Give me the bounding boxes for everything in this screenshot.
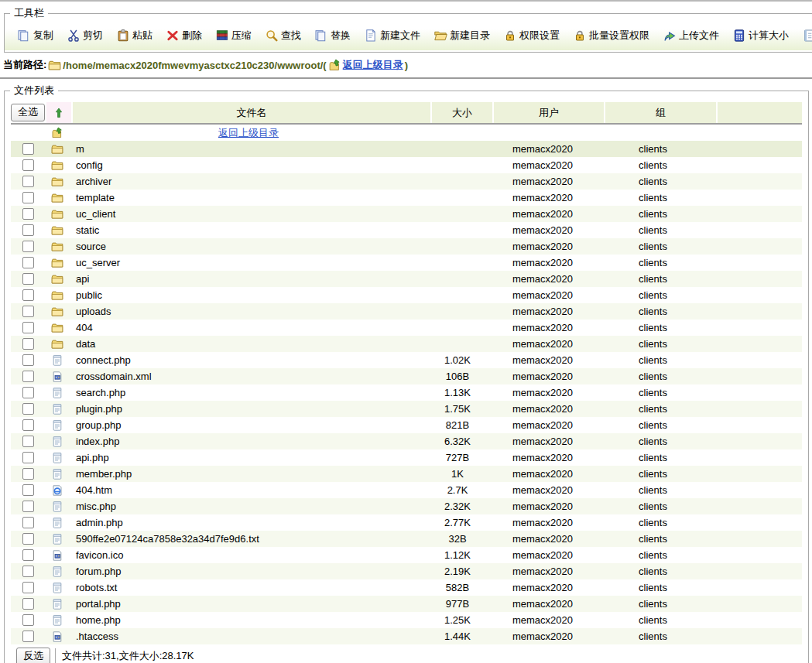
file-name[interactable]: group.php bbox=[76, 419, 122, 431]
file-name[interactable]: data bbox=[76, 338, 95, 350]
row-checkbox[interactable] bbox=[22, 566, 34, 577]
row-checkbox[interactable] bbox=[22, 436, 34, 447]
file-name[interactable]: api.php bbox=[76, 452, 109, 463]
column-header-size[interactable]: 大小 bbox=[432, 102, 492, 123]
file-list-legend: 文件列表 bbox=[10, 84, 58, 97]
file-name[interactable]: .htaccess bbox=[76, 631, 118, 642]
row-checkbox[interactable] bbox=[22, 387, 34, 398]
row-checkbox[interactable] bbox=[22, 257, 34, 268]
file-size: 1.02K bbox=[444, 354, 471, 366]
toolbar-button-label: 权限设置 bbox=[519, 29, 560, 43]
toolbar-button-new-file[interactable]: 新建文件 bbox=[364, 29, 420, 43]
row-checkbox[interactable] bbox=[22, 501, 34, 512]
file-name[interactable]: archiver bbox=[76, 176, 111, 187]
row-checkbox[interactable] bbox=[22, 192, 34, 203]
file-name[interactable]: 404.htm bbox=[76, 484, 112, 496]
file-name[interactable]: search.php bbox=[76, 387, 125, 398]
toolbar-button-copy[interactable]: 复制 bbox=[17, 29, 53, 43]
toolbar-button-replace[interactable]: 替换 bbox=[314, 29, 351, 43]
file-name[interactable]: admin.php bbox=[76, 517, 123, 528]
file-name[interactable]: crossdomain.xml bbox=[76, 371, 152, 382]
row-checkbox[interactable] bbox=[22, 224, 34, 236]
row-checkbox[interactable] bbox=[22, 403, 34, 415]
row-checkbox[interactable] bbox=[22, 208, 34, 220]
file-user: memacx2020 bbox=[512, 452, 573, 463]
row-checkbox[interactable] bbox=[22, 517, 34, 528]
parent-dir-link[interactable]: 返回上级目录 bbox=[343, 58, 403, 72]
parent-dir-row[interactable]: 返回上级目录 bbox=[11, 125, 802, 141]
file-name[interactable]: 404 bbox=[76, 322, 93, 333]
file-name[interactable]: index.php bbox=[76, 436, 119, 447]
row-checkbox[interactable] bbox=[22, 289, 34, 301]
file-name[interactable]: forum.php bbox=[76, 566, 122, 577]
row-checkbox[interactable] bbox=[22, 452, 34, 463]
file-name[interactable]: uc_client bbox=[76, 208, 115, 220]
compress-icon bbox=[215, 29, 229, 43]
file-name[interactable]: m bbox=[76, 143, 84, 155]
row-checkbox[interactable] bbox=[22, 241, 34, 252]
toolbar-button-cut[interactable]: 剪切 bbox=[67, 29, 103, 43]
toolbar-button-new-dir[interactable]: 新建目录 bbox=[433, 29, 490, 43]
row-checkbox[interactable] bbox=[22, 273, 34, 285]
invert-select-button[interactable]: 反选 bbox=[16, 648, 50, 663]
toolbar-button-chmod[interactable]: 权限设置 bbox=[503, 29, 560, 43]
select-all-button[interactable]: 全选 bbox=[11, 104, 45, 121]
toolbar-button-delete[interactable]: 删除 bbox=[166, 29, 202, 43]
toolbar-button-calc-size[interactable]: 计算大小 bbox=[732, 29, 789, 43]
row-checkbox[interactable] bbox=[22, 143, 34, 155]
file-name[interactable]: robots.txt bbox=[76, 582, 117, 593]
toolbar-button-upload[interactable]: 上传文件 bbox=[663, 29, 719, 43]
parent-dir-link[interactable]: 返回上级目录 bbox=[218, 126, 279, 140]
file-name[interactable]: plugin.php bbox=[76, 403, 122, 415]
column-header-user[interactable]: 用户 bbox=[494, 102, 604, 123]
file-name[interactable]: uc_server bbox=[76, 257, 120, 268]
file-name[interactable]: static bbox=[76, 224, 99, 236]
row-checkbox[interactable] bbox=[22, 338, 34, 350]
toolbar-button-find[interactable]: 查找 bbox=[265, 29, 301, 43]
row-checkbox[interactable] bbox=[22, 549, 34, 561]
header-cell-sort[interactable] bbox=[46, 102, 71, 123]
row-checkbox[interactable] bbox=[22, 354, 34, 366]
row-checkbox[interactable] bbox=[22, 631, 34, 642]
file-group: clients bbox=[639, 322, 667, 333]
file-name[interactable]: connect.php bbox=[76, 354, 131, 366]
row-checkbox[interactable] bbox=[22, 468, 34, 480]
row-checkbox[interactable] bbox=[22, 322, 34, 333]
row-checkbox[interactable] bbox=[22, 582, 34, 593]
toolbar-button-paste[interactable]: 粘贴 bbox=[116, 29, 152, 43]
file-name[interactable]: source bbox=[76, 241, 106, 252]
file-user: memacx2020 bbox=[512, 403, 573, 415]
row-checkbox[interactable] bbox=[22, 598, 34, 610]
file-name[interactable]: portal.php bbox=[76, 598, 121, 610]
delete-icon bbox=[166, 29, 180, 43]
file-name[interactable]: uploads bbox=[76, 306, 111, 317]
row-checkbox[interactable] bbox=[22, 306, 34, 317]
toolbar-button-batch-chmod[interactable]: 批量设置权限 bbox=[573, 29, 649, 43]
column-header-filename[interactable]: 文件名 bbox=[73, 102, 430, 123]
table-row: portal.php977Bmemacx2020clients bbox=[11, 596, 802, 612]
row-checkbox[interactable] bbox=[22, 533, 34, 545]
file-name[interactable]: 590ffe2e07124ca7858e32a34d7fe9d6.txt bbox=[76, 533, 259, 545]
file-size: 1.13K bbox=[444, 387, 471, 398]
toolbar-button-compress[interactable]: 压缩 bbox=[215, 29, 252, 43]
file-group: clients bbox=[639, 208, 667, 220]
row-checkbox[interactable] bbox=[22, 419, 34, 431]
column-header-group[interactable]: 组 bbox=[605, 102, 716, 123]
row-checkbox[interactable] bbox=[22, 176, 34, 187]
file-name[interactable]: member.php bbox=[76, 468, 132, 480]
row-checkbox[interactable] bbox=[22, 614, 34, 626]
row-checkbox[interactable] bbox=[22, 371, 34, 382]
file-name[interactable]: public bbox=[76, 289, 102, 301]
file-name[interactable]: template bbox=[76, 192, 115, 203]
row-checkbox[interactable] bbox=[22, 484, 34, 496]
file-name[interactable]: home.php bbox=[76, 614, 121, 626]
file-name[interactable]: api bbox=[76, 273, 89, 285]
row-checkbox[interactable] bbox=[22, 159, 34, 171]
file-name[interactable]: favicon.ico bbox=[76, 549, 123, 561]
table-row: forum.php2.19Kmemacx2020clients bbox=[11, 563, 802, 579]
file-name[interactable]: config bbox=[76, 159, 103, 171]
file-name[interactable]: misc.php bbox=[76, 501, 116, 512]
replace-icon bbox=[314, 29, 328, 43]
toolbar-button-recent-log[interactable]: 最近日志 bbox=[802, 29, 812, 43]
table-row: admin.php2.77Kmemacx2020clients bbox=[11, 514, 802, 531]
